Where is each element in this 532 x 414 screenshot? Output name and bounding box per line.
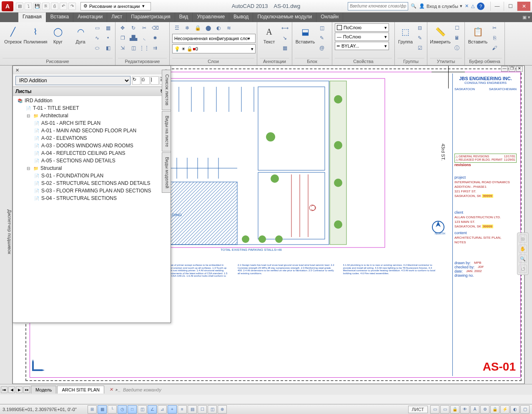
publish-icon[interactable]: ⎙: [141, 76, 150, 85]
group-title-utils[interactable]: Утилиты: [430, 58, 462, 65]
ducs-icon[interactable]: ⊿: [158, 405, 167, 414]
rect-icon[interactable]: ▭: [93, 23, 102, 33]
color-dropdown[interactable]: ПоСлою▾: [335, 23, 389, 32]
pan-icon[interactable]: ✋: [519, 245, 527, 253]
arc-button[interactable]: ◠Дуга: [70, 23, 91, 44]
sc-icon[interactable]: ◫: [208, 405, 217, 414]
dim-icon[interactable]: ⟷: [280, 23, 289, 33]
ungroup-icon[interactable]: ⊟: [415, 23, 424, 33]
select-icon[interactable]: ☐: [452, 23, 462, 33]
edit-block-icon[interactable]: ✎: [317, 33, 326, 43]
tab-manage[interactable]: Управление: [193, 13, 229, 22]
tab-insert[interactable]: Вставка: [46, 13, 74, 22]
ws-icon[interactable]: ⚙: [480, 405, 489, 414]
vtab-model-views[interactable]: Виды моделей: [162, 152, 171, 193]
paste-button[interactable]: 📋Вставить: [467, 23, 488, 44]
tpy-icon[interactable]: ▤: [188, 405, 197, 414]
array-icon[interactable]: ⋮⋮: [140, 43, 149, 53]
id-icon[interactable]: ⓘ: [452, 43, 462, 53]
point-icon[interactable]: •: [103, 33, 113, 43]
ellipse-icon[interactable]: ⬭: [93, 43, 102, 53]
coords-readout[interactable]: 3.198905E+01, 2.309797E+01, 0'-0": [3, 407, 86, 412]
tree-a03[interactable]: 📄A-03 - DOORS WINDOWS AND ROOMS: [14, 142, 170, 149]
tree-a04[interactable]: 📄A-04 - REFLECTED CEILING PLANS: [14, 149, 170, 157]
palette-section-sheets[interactable]: Листы ↻ ▾: [13, 87, 171, 96]
app-menu-button[interactable]: A: [2, 1, 13, 11]
group-edit-icon[interactable]: ✎: [415, 33, 424, 43]
layer-current-dropdown[interactable]: 💡 ☀ 🔓 ■ 0 ▾: [172, 44, 256, 53]
cmd-close-icon[interactable]: ✕: [109, 387, 113, 392]
qat-saveas-icon[interactable]: ⎘: [42, 3, 50, 10]
group-title-props[interactable]: Свойства: [335, 58, 392, 65]
grid-icon[interactable]: ▦: [98, 405, 107, 414]
polyline-button[interactable]: ⌇Полилиния: [25, 23, 46, 44]
fillet-icon[interactable]: ◟: [140, 33, 149, 43]
mirror-icon[interactable]: ▟▙: [129, 33, 138, 43]
qat-save-icon[interactable]: 💾: [33, 3, 41, 10]
toolbar-lock-icon[interactable]: 🔒: [490, 405, 499, 414]
quickview-drawings-icon[interactable]: ▭: [440, 405, 449, 414]
tab-prev-icon[interactable]: ◀: [8, 386, 15, 393]
qat-redo-icon[interactable]: ↷: [68, 3, 76, 10]
layer-iso-icon[interactable]: ◐: [214, 23, 223, 33]
tab-online[interactable]: Онлайн: [316, 13, 343, 22]
line-button[interactable]: ╱Отрезок: [3, 23, 23, 44]
clean-screen-icon[interactable]: ▢: [520, 405, 529, 414]
measure-button[interactable]: 📏Измерить: [430, 23, 451, 44]
sheetset-selector[interactable]: IRD Addition: [15, 76, 130, 85]
signin-button[interactable]: 👤 Вход в службы ▾: [419, 3, 462, 9]
qp-icon[interactable]: ☐: [198, 405, 207, 414]
layer-state-dropdown[interactable]: Несохраненная конфигурация сло ▾: [172, 34, 256, 43]
vtab-sheet-list[interactable]: Список листов: [162, 70, 171, 110]
snap-icon[interactable]: ⊞: [88, 405, 97, 414]
group-sel-icon[interactable]: ☑: [415, 43, 424, 53]
autodesk360-icon[interactable]: △: [471, 3, 474, 9]
offset-icon[interactable]: ⇉: [151, 43, 160, 53]
orbit-icon[interactable]: ⭯: [519, 265, 527, 273]
workspace-selector[interactable]: ⚙Рисование и аннотации▾: [80, 2, 151, 10]
create-block-icon[interactable]: ◫: [317, 23, 326, 33]
lineweight-dropdown[interactable]: — ПоСлою▾: [335, 33, 389, 41]
am-icon[interactable]: ⊕: [218, 405, 227, 414]
scale-icon[interactable]: ◫: [129, 43, 138, 53]
calc-icon[interactable]: 🖩: [452, 33, 462, 43]
trim-icon[interactable]: ✂: [140, 23, 149, 33]
annoscale2-icon[interactable]: A: [470, 405, 479, 414]
3dosnap-icon[interactable]: ◫: [138, 405, 147, 414]
tree-root[interactable]: 📚IRD Addition: [14, 97, 170, 104]
dyn-icon[interactable]: +: [168, 405, 177, 414]
ribbon-expand-icon[interactable]: ▣ ▾: [522, 15, 530, 20]
annoscale-icon[interactable]: 🔒: [450, 405, 459, 414]
layer-match-icon[interactable]: ≋: [224, 23, 233, 33]
doc-restore-icon[interactable]: ❐: [509, 66, 515, 72]
infocenter-search-icon[interactable]: 🔍: [411, 3, 417, 9]
window-minimize-button[interactable]: —: [490, 2, 504, 11]
group-title-draw[interactable]: Рисование: [3, 58, 113, 65]
tree-s02[interactable]: 📄S-02 - STRUCTURAL SECTIONS AND DETAILS: [14, 179, 170, 187]
paper-model-toggle[interactable]: ЛИСТ: [408, 406, 428, 413]
tab-layout[interactable]: Лист: [107, 13, 127, 22]
osnap-icon[interactable]: □: [128, 405, 137, 414]
region-icon[interactable]: ◧: [103, 43, 113, 53]
copy-clip-icon[interactable]: ⎘: [490, 33, 499, 43]
group-title-modify[interactable]: Редактирование: [118, 58, 167, 65]
move-icon[interactable]: ✥: [118, 23, 127, 33]
layer-off-icon[interactable]: ⬤: [203, 23, 213, 33]
annovis-icon[interactable]: 👁: [460, 405, 469, 414]
stretch-icon[interactable]: ⇲: [118, 43, 127, 53]
tree-s04[interactable]: 📄S-04 - STRUCTURAL SECTIONS: [14, 194, 170, 202]
group-button[interactable]: ⬚Группа: [397, 23, 414, 44]
spline-icon[interactable]: ∿: [93, 33, 102, 43]
tree-a05[interactable]: 📄A-05 - SECTIONS AND DETAILS: [14, 157, 170, 164]
group-title-layers[interactable]: Слои: [172, 58, 254, 65]
tree-t01[interactable]: 📄T-01 - TITLE SHEET: [14, 104, 170, 112]
ortho-icon[interactable]: └: [108, 405, 117, 414]
hardware-icon[interactable]: ⚡: [500, 405, 509, 414]
group-title-block[interactable]: Блок: [295, 58, 329, 65]
tree-s03[interactable]: 📄S-03 - FLOOR FRAMING PLAN AND SECTIONS: [14, 187, 170, 194]
window-maximize-button[interactable]: ☐: [504, 2, 517, 11]
exchange-icon[interactable]: ✕: [465, 3, 469, 9]
leader-icon[interactable]: ↘: [280, 33, 289, 43]
rotate-icon[interactable]: ↻: [129, 23, 138, 33]
linetype-dropdown[interactable]: ━ BYLAY...▾: [335, 42, 389, 50]
